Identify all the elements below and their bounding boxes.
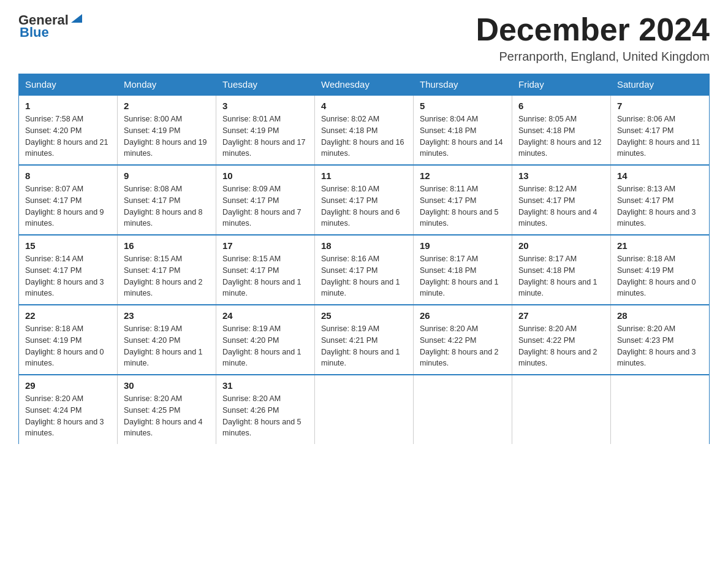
calendar-cell — [315, 375, 414, 444]
calendar-cell: 6Sunrise: 8:05 AMSunset: 4:18 PMDaylight… — [512, 95, 611, 165]
day-info: Sunrise: 8:19 AMSunset: 4:21 PMDaylight:… — [321, 323, 407, 369]
day-number: 8 — [25, 170, 111, 181]
calendar-cell: 30Sunrise: 8:20 AMSunset: 4:25 PMDayligh… — [118, 375, 216, 444]
day-number: 17 — [222, 240, 308, 251]
day-info: Sunrise: 8:19 AMSunset: 4:20 PMDaylight:… — [124, 323, 210, 369]
day-number: 19 — [420, 240, 506, 251]
header-sunday: Sunday — [19, 74, 118, 96]
day-info: Sunrise: 8:20 AMSunset: 4:24 PMDaylight:… — [25, 393, 111, 439]
calendar-cell: 16Sunrise: 8:15 AMSunset: 4:17 PMDayligh… — [118, 235, 216, 305]
day-info: Sunrise: 7:58 AMSunset: 4:20 PMDaylight:… — [25, 113, 111, 159]
day-info: Sunrise: 8:02 AMSunset: 4:18 PMDaylight:… — [321, 113, 407, 159]
day-info: Sunrise: 8:11 AMSunset: 4:17 PMDaylight:… — [420, 183, 506, 229]
day-number: 22 — [25, 310, 111, 321]
day-info: Sunrise: 8:15 AMSunset: 4:17 PMDaylight:… — [124, 253, 210, 299]
day-info: Sunrise: 8:16 AMSunset: 4:17 PMDaylight:… — [321, 253, 407, 299]
day-number: 21 — [617, 240, 703, 251]
day-info: Sunrise: 8:17 AMSunset: 4:18 PMDaylight:… — [518, 253, 604, 299]
calendar-cell: 31Sunrise: 8:20 AMSunset: 4:26 PMDayligh… — [216, 375, 315, 444]
header-wednesday: Wednesday — [315, 74, 414, 96]
day-info: Sunrise: 8:20 AMSunset: 4:25 PMDaylight:… — [124, 393, 210, 439]
day-info: Sunrise: 8:18 AMSunset: 4:19 PMDaylight:… — [25, 323, 111, 369]
header-tuesday: Tuesday — [216, 74, 315, 96]
logo: General Blue — [18, 12, 83, 40]
day-number: 2 — [124, 101, 210, 111]
day-number: 6 — [518, 101, 604, 111]
day-number: 25 — [321, 310, 407, 321]
day-number: 7 — [617, 101, 703, 111]
month-title: December 2024 — [476, 12, 710, 47]
location-subtitle: Perranporth, England, United Kingdom — [476, 50, 710, 64]
day-info: Sunrise: 8:06 AMSunset: 4:17 PMDaylight:… — [617, 113, 703, 159]
day-number: 5 — [420, 101, 506, 111]
day-info: Sunrise: 8:07 AMSunset: 4:17 PMDaylight:… — [25, 183, 111, 229]
calendar-cell: 18Sunrise: 8:16 AMSunset: 4:17 PMDayligh… — [315, 235, 414, 305]
calendar-cell: 14Sunrise: 8:13 AMSunset: 4:17 PMDayligh… — [611, 165, 710, 235]
calendar-week-row: 22Sunrise: 8:18 AMSunset: 4:19 PMDayligh… — [19, 305, 710, 375]
day-info: Sunrise: 8:09 AMSunset: 4:17 PMDaylight:… — [222, 183, 308, 229]
day-number: 3 — [222, 101, 308, 111]
calendar-cell: 5Sunrise: 8:04 AMSunset: 4:18 PMDaylight… — [414, 95, 512, 165]
day-info: Sunrise: 8:05 AMSunset: 4:18 PMDaylight:… — [518, 113, 604, 159]
calendar-cell: 27Sunrise: 8:20 AMSunset: 4:22 PMDayligh… — [512, 305, 611, 375]
day-number: 9 — [124, 170, 210, 181]
day-info: Sunrise: 8:20 AMSunset: 4:22 PMDaylight:… — [420, 323, 506, 369]
day-info: Sunrise: 8:17 AMSunset: 4:18 PMDaylight:… — [420, 253, 506, 299]
calendar-week-row: 1Sunrise: 7:58 AMSunset: 4:20 PMDaylight… — [19, 95, 710, 165]
calendar-week-row: 29Sunrise: 8:20 AMSunset: 4:24 PMDayligh… — [19, 375, 710, 444]
day-number: 28 — [617, 310, 703, 321]
day-number: 27 — [518, 310, 604, 321]
logo-triangle-icon — [70, 12, 83, 25]
calendar-cell: 28Sunrise: 8:20 AMSunset: 4:23 PMDayligh… — [611, 305, 710, 375]
day-number: 29 — [25, 380, 111, 391]
calendar-table: SundayMondayTuesdayWednesdayThursdayFrid… — [18, 74, 710, 444]
calendar-cell: 23Sunrise: 8:19 AMSunset: 4:20 PMDayligh… — [118, 305, 216, 375]
day-number: 15 — [25, 240, 111, 251]
calendar-header-row: SundayMondayTuesdayWednesdayThursdayFrid… — [19, 74, 710, 96]
day-info: Sunrise: 8:14 AMSunset: 4:17 PMDaylight:… — [25, 253, 111, 299]
day-info: Sunrise: 8:12 AMSunset: 4:17 PMDaylight:… — [518, 183, 604, 229]
day-info: Sunrise: 8:15 AMSunset: 4:17 PMDaylight:… — [222, 253, 308, 299]
day-number: 11 — [321, 170, 407, 181]
logo-blue-text: Blue — [20, 25, 83, 40]
calendar-week-row: 15Sunrise: 8:14 AMSunset: 4:17 PMDayligh… — [19, 235, 710, 305]
calendar-cell: 9Sunrise: 8:08 AMSunset: 4:17 PMDaylight… — [118, 165, 216, 235]
calendar-cell: 4Sunrise: 8:02 AMSunset: 4:18 PMDaylight… — [315, 95, 414, 165]
day-info: Sunrise: 8:20 AMSunset: 4:26 PMDaylight:… — [222, 393, 308, 439]
day-info: Sunrise: 8:20 AMSunset: 4:22 PMDaylight:… — [518, 323, 604, 369]
svg-marker-0 — [71, 14, 82, 23]
calendar-cell: 21Sunrise: 8:18 AMSunset: 4:19 PMDayligh… — [611, 235, 710, 305]
calendar-week-row: 8Sunrise: 8:07 AMSunset: 4:17 PMDaylight… — [19, 165, 710, 235]
calendar-cell: 15Sunrise: 8:14 AMSunset: 4:17 PMDayligh… — [19, 235, 118, 305]
day-number: 24 — [222, 310, 308, 321]
header-thursday: Thursday — [414, 74, 512, 96]
calendar-cell: 25Sunrise: 8:19 AMSunset: 4:21 PMDayligh… — [315, 305, 414, 375]
day-number: 31 — [222, 380, 308, 391]
calendar-cell: 22Sunrise: 8:18 AMSunset: 4:19 PMDayligh… — [19, 305, 118, 375]
calendar-cell: 2Sunrise: 8:00 AMSunset: 4:19 PMDaylight… — [118, 95, 216, 165]
calendar-cell: 13Sunrise: 8:12 AMSunset: 4:17 PMDayligh… — [512, 165, 611, 235]
header-saturday: Saturday — [611, 74, 710, 96]
day-info: Sunrise: 8:20 AMSunset: 4:23 PMDaylight:… — [617, 323, 703, 369]
day-number: 14 — [617, 170, 703, 181]
calendar-cell: 7Sunrise: 8:06 AMSunset: 4:17 PMDaylight… — [611, 95, 710, 165]
calendar-cell: 8Sunrise: 8:07 AMSunset: 4:17 PMDaylight… — [19, 165, 118, 235]
header-monday: Monday — [118, 74, 216, 96]
title-block: December 2024 Perranporth, England, Unit… — [476, 12, 710, 64]
calendar-cell: 17Sunrise: 8:15 AMSunset: 4:17 PMDayligh… — [216, 235, 315, 305]
calendar-cell: 11Sunrise: 8:10 AMSunset: 4:17 PMDayligh… — [315, 165, 414, 235]
calendar-cell: 20Sunrise: 8:17 AMSunset: 4:18 PMDayligh… — [512, 235, 611, 305]
day-number: 12 — [420, 170, 506, 181]
day-info: Sunrise: 8:08 AMSunset: 4:17 PMDaylight:… — [124, 183, 210, 229]
header-friday: Friday — [512, 74, 611, 96]
day-number: 16 — [124, 240, 210, 251]
calendar-cell — [414, 375, 512, 444]
day-number: 13 — [518, 170, 604, 181]
calendar-cell: 10Sunrise: 8:09 AMSunset: 4:17 PMDayligh… — [216, 165, 315, 235]
calendar-cell: 29Sunrise: 8:20 AMSunset: 4:24 PMDayligh… — [19, 375, 118, 444]
day-info: Sunrise: 8:01 AMSunset: 4:19 PMDaylight:… — [222, 113, 308, 159]
calendar-cell — [512, 375, 611, 444]
day-number: 10 — [222, 170, 308, 181]
day-info: Sunrise: 8:13 AMSunset: 4:17 PMDaylight:… — [617, 183, 703, 229]
day-number: 4 — [321, 101, 407, 111]
